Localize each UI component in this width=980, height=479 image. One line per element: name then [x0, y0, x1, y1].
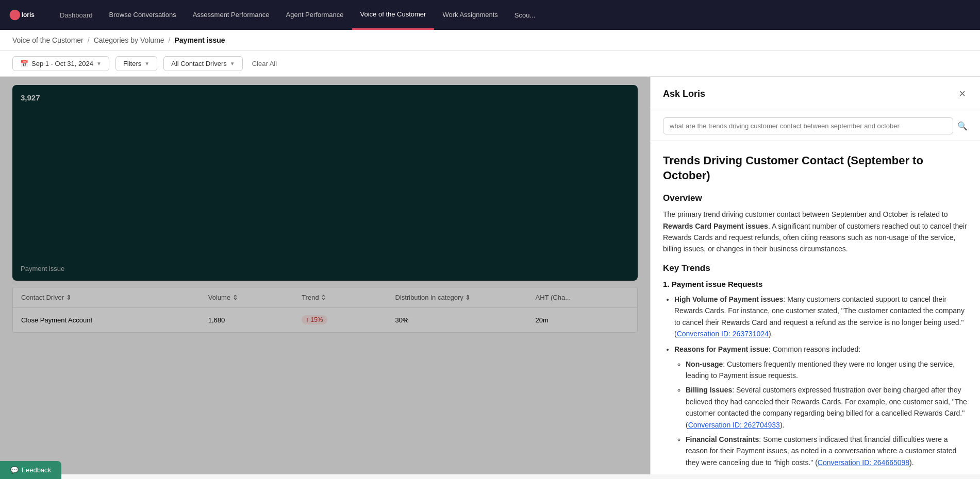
breadcrumb-sep-1: /	[88, 36, 90, 44]
chart-value: 3,927	[21, 93, 629, 102]
search-icon[interactable]: 🔍	[957, 121, 968, 131]
table-row[interactable]: Close Payment Account 1,680 ↑ 15% 30% 20…	[13, 308, 637, 332]
cell-volume: 1,680	[208, 316, 302, 324]
overview-text: The primary trend driving customer conta…	[663, 209, 968, 255]
cell-contact-driver: Close Payment Account	[21, 316, 208, 324]
contact-drivers-label: All Contact Drivers	[171, 60, 227, 67]
bullet-high-volume: High Volume of Payment issues: Many cust…	[674, 294, 968, 340]
filters-button[interactable]: Filters ▼	[115, 56, 157, 71]
trend1-bullets: High Volume of Payment issues: Many cust…	[663, 294, 968, 468]
col-volume: Volume ⇕	[208, 294, 302, 301]
main-area: 3,927 Payment issue Contact Driver ⇕ Vol…	[0, 77, 650, 474]
chart-box: 3,927 Payment issue	[12, 85, 638, 281]
col-trend: Trend ⇕	[302, 294, 395, 301]
calendar-icon: 📅	[20, 60, 28, 67]
nav-item-dashboard[interactable]: Dashboard	[52, 0, 101, 30]
breadcrumb-sep-2: /	[169, 36, 171, 44]
chevron-down-icon-3: ▼	[230, 61, 235, 66]
sub-bullets: Non-usage: Customers frequently mentione…	[674, 358, 968, 469]
contact-drivers-button[interactable]: All Contact Drivers ▼	[163, 56, 243, 71]
panel-body: Trends Driving Customer Contact (Septemb…	[651, 141, 980, 474]
trend1-heading: 1. Payment issue Requests	[663, 280, 968, 288]
cell-aht: 20m	[536, 316, 629, 324]
col-distribution: Distribution in category ⇕	[395, 294, 536, 301]
panel-title: Ask Loris	[663, 89, 705, 99]
logo[interactable]: loris	[8, 7, 39, 23]
breadcrumb-link-voice[interactable]: Voice of the Customer	[12, 36, 84, 44]
nav-item-browse[interactable]: Browse Conversations	[101, 0, 185, 30]
panel-header: Ask Loris ×	[651, 77, 980, 111]
search-input[interactable]	[663, 117, 953, 134]
clear-all-button[interactable]: Clear All	[249, 57, 280, 71]
key-trends-heading: Key Trends	[663, 263, 968, 273]
data-table: Contact Driver ⇕ Volume ⇕ Trend ⇕ Distri…	[12, 287, 638, 333]
feedback-label: Feedback	[22, 466, 51, 474]
panel-close-button[interactable]: ×	[957, 86, 968, 101]
main-nav: loris Dashboard Browse Conversations Ass…	[0, 0, 980, 30]
toolbar: 📅 Sep 1 - Oct 31, 2024 ▼ Filters ▼ All C…	[0, 51, 980, 77]
feedback-button[interactable]: 💬 Feedback	[0, 461, 61, 479]
sub-bullet-billing: Billing Issues: Several customers expres…	[686, 384, 968, 431]
svg-text:loris: loris	[22, 11, 35, 19]
conv-link-1[interactable]: Conversation ID: 263731024	[677, 330, 769, 338]
conv-link-3[interactable]: Conversation ID: 264665098	[818, 458, 909, 467]
bullet-reasons: Reasons for Payment issue: Common reason…	[674, 344, 968, 468]
feedback-icon: 💬	[10, 466, 19, 474]
chevron-down-icon-2: ▼	[144, 61, 150, 66]
response-title: Trends Driving Customer Contact (Septemb…	[663, 153, 968, 183]
conv-link-2[interactable]: Conversation ID: 262704933	[688, 421, 780, 429]
breadcrumb-current: Payment issue	[175, 36, 225, 44]
nav-item-work[interactable]: Work Assignments	[434, 0, 506, 30]
chart-label: Payment issue	[21, 265, 629, 272]
overview-heading: Overview	[663, 193, 968, 203]
col-aht: AHT (Cha...	[536, 294, 629, 301]
nav-item-scout[interactable]: Scou...	[506, 0, 543, 30]
sub-bullet-financial: Financial Constraints: Some customers in…	[686, 434, 968, 468]
breadcrumb: Voice of the Customer / Categories by Vo…	[0, 30, 980, 51]
nav-item-agent[interactable]: Agent Performance	[278, 0, 352, 30]
chevron-down-icon: ▼	[96, 61, 102, 66]
cell-distribution: 30%	[395, 316, 536, 324]
svg-point-0	[10, 10, 21, 21]
nav-item-voice[interactable]: Voice of the Customer	[352, 0, 435, 30]
date-range-label: Sep 1 - Oct 31, 2024	[31, 60, 93, 67]
trend-badge: ↑ 15%	[302, 315, 327, 324]
date-range-button[interactable]: 📅 Sep 1 - Oct 31, 2024 ▼	[12, 56, 109, 71]
col-contact-driver: Contact Driver ⇕	[21, 294, 208, 301]
breadcrumb-link-categories[interactable]: Categories by Volume	[94, 36, 164, 44]
table-header: Contact Driver ⇕ Volume ⇕ Trend ⇕ Distri…	[13, 287, 637, 308]
search-bar: 🔍	[651, 111, 980, 141]
nav-item-assessment[interactable]: Assessment Performance	[185, 0, 278, 30]
filters-label: Filters	[123, 60, 141, 67]
sub-bullet-nonusage: Non-usage: Customers frequently mentione…	[686, 358, 968, 382]
ask-loris-panel: Ask Loris × 🔍 Trends Driving Customer Co…	[650, 77, 980, 474]
